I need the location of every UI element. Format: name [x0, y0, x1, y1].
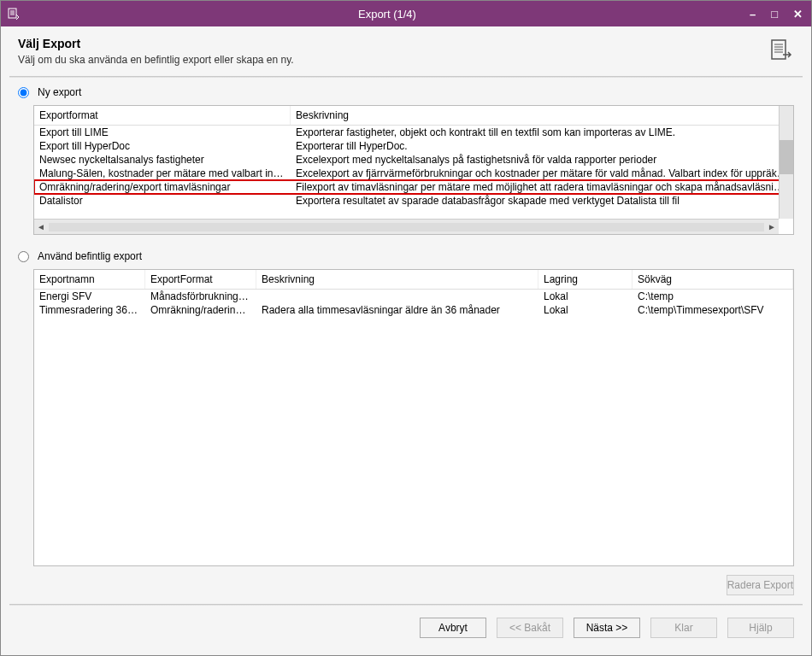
cell-description: Exporterar fastigheter, objekt och kontr… — [291, 126, 793, 139]
cell-lagring: Lokal — [538, 303, 633, 317]
next-button[interactable]: Nästa >> — [574, 618, 640, 638]
cell-beskrivning: Radera alla timmesavläsningar äldre än 3… — [256, 303, 538, 317]
cell-exportnamn: Energi SFV — [34, 290, 145, 303]
radio-new-export-label: Ny export — [38, 86, 81, 98]
radio-existing-export-input[interactable] — [18, 251, 29, 262]
titlebar: Export (1/4) – □ ✕ — [1, 1, 811, 26]
cell-exportnamn: Timmesradering 36 m... — [34, 303, 145, 317]
table-row[interactable]: Omräkning/radering/export timavläsningar… — [34, 180, 793, 194]
table-row[interactable]: Malung-Sälen, kostnader per mätare med v… — [34, 167, 793, 180]
delete-export-button[interactable]: Radera Export — [727, 575, 794, 595]
cell-format: Newsec nyckeltalsanalys fastigheter — [34, 153, 291, 167]
cell-lagring: Lokal — [538, 290, 633, 303]
cell-description: Filexport av timavläsningar per mätare m… — [291, 180, 793, 194]
page-title: Välj Export — [18, 37, 294, 50]
cell-sokvag: C:\temp\Timmesexport\SFV — [633, 303, 793, 317]
radio-new-export[interactable]: Ny export — [18, 86, 794, 98]
vertical-scrollbar[interactable] — [779, 106, 793, 219]
horizontal-scrollbar[interactable]: ◄ ► — [34, 219, 779, 234]
cell-description: Exportera resultatet av sparade databasf… — [291, 194, 793, 208]
cell-format: Malung-Sälen, kostnader per mätare med v… — [34, 167, 291, 180]
back-button[interactable]: << Bakåt — [497, 618, 563, 638]
cell-description: Exporterar till HyperDoc. — [291, 139, 793, 153]
wizard-header: Välj Export Välj om du ska använda en be… — [1, 26, 811, 73]
cell-sokvag: C:\temp — [633, 290, 793, 303]
header-divider — [9, 76, 803, 78]
table-row[interactable]: Newsec nyckeltalsanalys fastigheterExcel… — [34, 153, 793, 167]
column-header-format[interactable]: Exportformat — [34, 106, 291, 125]
cell-beskrivning — [256, 290, 538, 303]
column-header-beskrivning[interactable]: Beskrivning — [256, 270, 538, 289]
wizard-footer: Avbryt << Bakåt Nästa >> Klar Hjälp — [1, 614, 811, 648]
window-title: Export (1/4) — [28, 8, 746, 20]
cell-format: Datalistor — [34, 194, 291, 208]
existing-export-table: Exportnamn ExportFormat Beskrivning Lagr… — [33, 269, 794, 566]
cell-description: Excelexport av fjärrvärmeförbrukningar o… — [291, 167, 793, 180]
table-row[interactable]: Timmesradering 36 m...Omräkning/radering… — [34, 303, 793, 317]
table-header-row: Exportnamn ExportFormat Beskrivning Lagr… — [34, 270, 793, 290]
app-icon — [6, 6, 21, 21]
maximize-button[interactable]: □ — [768, 6, 781, 22]
table-row[interactable]: Export till LIMEExporterar fastigheter, … — [34, 126, 793, 139]
table-row[interactable]: DatalistorExportera resultatet av sparad… — [34, 194, 793, 208]
table-header-row: Exportformat Beskrivning — [34, 106, 793, 126]
cell-format: Export till HyperDoc — [34, 139, 291, 153]
export-format-table: Exportformat Beskrivning Export till LIM… — [33, 105, 794, 235]
table-row[interactable]: Export till HyperDocExporterar till Hype… — [34, 139, 793, 153]
radio-new-export-input[interactable] — [18, 87, 29, 98]
cell-format: Omräkning/radering/export timavläsningar — [34, 180, 291, 194]
cell-format: Export till LIME — [34, 126, 291, 139]
window-controls: – □ ✕ — [746, 6, 806, 22]
column-header-exportnamn[interactable]: Exportnamn — [34, 270, 145, 289]
scroll-left-icon[interactable]: ◄ — [37, 222, 45, 231]
cell-exportformat: Månadsförbrukninga... — [145, 290, 256, 303]
footer-divider — [9, 604, 803, 606]
column-header-sokvag[interactable]: Sökväg — [633, 270, 793, 289]
help-button[interactable]: Hjälp — [727, 618, 794, 638]
minimize-button[interactable]: – — [746, 6, 759, 22]
page-subtitle: Välj om du ska använda en befintlig expo… — [18, 54, 294, 66]
done-button[interactable]: Klar — [650, 618, 717, 638]
column-header-description[interactable]: Beskrivning — [291, 106, 793, 125]
column-header-exportformat[interactable]: ExportFormat — [145, 270, 256, 289]
radio-existing-export[interactable]: Använd befintlig export — [18, 250, 794, 262]
table-row[interactable]: Energi SFVMånadsförbrukninga...LokalC:\t… — [34, 290, 793, 303]
scroll-right-icon[interactable]: ► — [768, 222, 776, 231]
cell-description: Excelexport med nyckeltalsanalys på fast… — [291, 153, 793, 167]
column-header-lagring[interactable]: Lagring — [538, 270, 633, 289]
cell-exportformat: Omräkning/radering/... — [145, 303, 256, 317]
close-button[interactable]: ✕ — [790, 6, 806, 22]
cancel-button[interactable]: Avbryt — [420, 618, 486, 638]
radio-existing-export-label: Använd befintlig export — [38, 250, 142, 262]
export-icon — [767, 37, 794, 64]
